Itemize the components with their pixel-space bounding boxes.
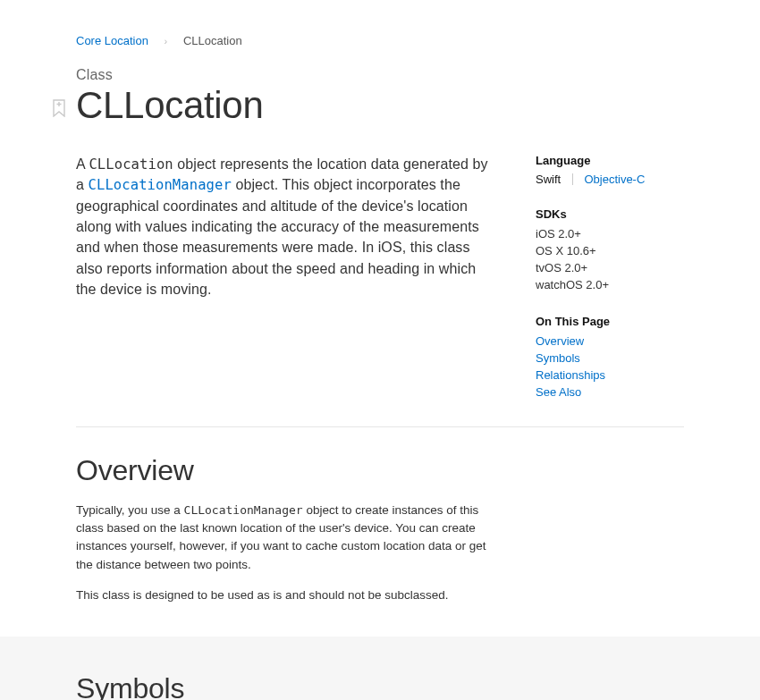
otp-link-overview[interactable]: Overview (536, 334, 584, 348)
sdk-item: tvOS 2.0+ (536, 260, 713, 277)
eyebrow-label: Class (76, 67, 760, 83)
overview-paragraph: Typically, you use a CLLocationManager o… (76, 502, 487, 574)
language-objc-link[interactable]: Objective-C (584, 173, 645, 186)
chevron-right-icon: › (165, 36, 168, 46)
symbols-heading: Symbols (76, 672, 684, 700)
otp-link-relationships[interactable]: Relationships (536, 368, 605, 382)
breadcrumb-current: CLLocation (183, 34, 242, 47)
otp-link-see-also[interactable]: See Also (536, 385, 581, 399)
aside-panel: Language Swift Objective-C SDKs iOS 2.0+… (536, 154, 713, 401)
breadcrumb: Core Location › CLLocation (0, 0, 760, 47)
on-this-page-heading: On This Page (536, 315, 713, 328)
sdk-item: OS X 10.6+ (536, 243, 713, 260)
code-token: CLLocation (89, 156, 173, 173)
divider (572, 173, 573, 185)
language-heading: Language (536, 154, 713, 167)
breadcrumb-parent[interactable]: Core Location (76, 34, 148, 47)
bookmark-icon[interactable] (52, 99, 66, 121)
otp-link-symbols[interactable]: Symbols (536, 351, 580, 365)
link-cllocationmanager[interactable]: CLLocationManager (89, 177, 232, 193)
intro-paragraph: A CLLocation object represents the locat… (76, 154, 496, 299)
sdk-item: watchOS 2.0+ (536, 277, 713, 294)
sdks-heading: SDKs (536, 207, 713, 221)
symbols-section: Symbols Initializing a Location Object i… (0, 637, 760, 700)
code-token: CLLocationManager (184, 503, 303, 517)
language-selected: Swift (536, 173, 561, 186)
sdk-item: iOS 2.0+ (536, 226, 713, 243)
overview-heading: Overview (76, 454, 684, 487)
page-title: CLLocation (76, 84, 760, 127)
overview-section: Overview Typically, you use a CLLocation… (0, 427, 760, 604)
overview-paragraph: This class is designed to be used as is … (76, 586, 487, 604)
